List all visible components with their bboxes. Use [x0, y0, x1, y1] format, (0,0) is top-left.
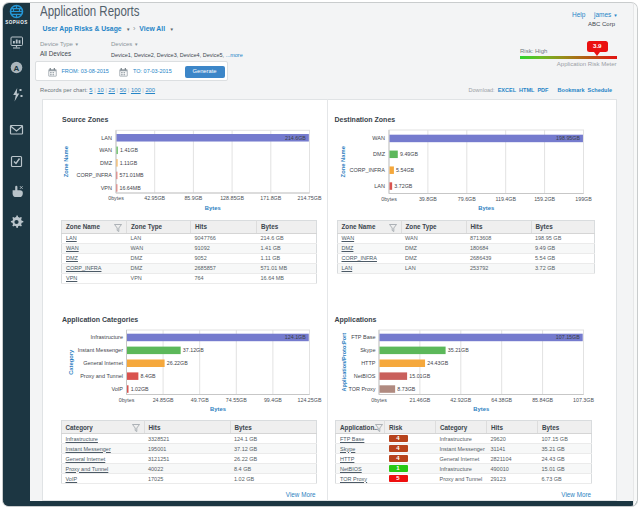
svg-text:124.1GB: 124.1GB	[285, 334, 306, 340]
svg-text:0bytes: 0bytes	[371, 397, 387, 403]
svg-text:99.4GB: 99.4GB	[264, 397, 282, 403]
svg-text:A: A	[14, 64, 20, 73]
svg-text:DMZ: DMZ	[100, 160, 113, 166]
svg-text:571.01MB: 571.01MB	[120, 172, 145, 178]
svg-text:128.85GB: 128.85GB	[220, 195, 244, 201]
svg-text:24.85GB: 24.85GB	[153, 397, 174, 403]
svg-text:74.55GB: 74.55GB	[226, 397, 247, 403]
svg-text:1.41GB: 1.41GB	[120, 147, 138, 153]
svg-text:VoIP: VoIP	[111, 386, 123, 392]
svg-text:85.84GB: 85.84GB	[532, 397, 553, 403]
svg-text:Bytes: Bytes	[210, 406, 226, 412]
svg-text:159.2GB: 159.2GB	[534, 196, 555, 202]
svg-text:Proxy and Tunnel: Proxy and Tunnel	[80, 373, 123, 379]
svg-text:FTP Base: FTP Base	[351, 334, 375, 340]
svg-text:DMZ: DMZ	[373, 151, 386, 157]
svg-text:199GB: 199GB	[575, 196, 592, 202]
svg-text:CORP_INFRA: CORP_INFRA	[77, 172, 113, 178]
svg-text:5.54GB: 5.54GB	[396, 167, 414, 173]
svg-text:107.15GB: 107.15GB	[556, 334, 580, 340]
svg-text:15.01GB: 15.01GB	[409, 373, 430, 379]
svg-text:37.12GB: 37.12GB	[183, 347, 204, 353]
svg-text:171.8GB: 171.8GB	[260, 195, 281, 201]
svg-text:21.46GB: 21.46GB	[409, 397, 430, 403]
svg-text:42.95GB: 42.95GB	[144, 195, 165, 201]
svg-text:General Internet: General Internet	[83, 360, 123, 366]
svg-text:0bytes: 0bytes	[119, 397, 135, 403]
svg-text:214.75GB: 214.75GB	[298, 195, 322, 201]
svg-text:119.4GB: 119.4GB	[495, 196, 516, 202]
svg-text:1.02GB: 1.02GB	[131, 386, 149, 392]
svg-text:107.3GB: 107.3GB	[573, 397, 594, 403]
svg-text:124.25GB: 124.25GB	[298, 397, 322, 403]
svg-text:Instant Messenger: Instant Messenger	[78, 347, 123, 353]
svg-text:35.21GB: 35.21GB	[448, 347, 469, 353]
svg-text:39.8GB: 39.8GB	[419, 196, 437, 202]
svg-text:WAN: WAN	[372, 135, 385, 141]
svg-text:214.6GB: 214.6GB	[285, 135, 306, 141]
svg-text:64.38GB: 64.38GB	[491, 397, 512, 403]
svg-text:NetBIOS: NetBIOS	[354, 373, 376, 379]
svg-text:79.6GB: 79.6GB	[458, 196, 476, 202]
svg-text:Bytes: Bytes	[205, 205, 221, 211]
svg-text:CORP_INFRA: CORP_INFRA	[350, 167, 386, 173]
svg-text:Skype: Skype	[360, 347, 375, 353]
svg-text:198.95GB: 198.95GB	[556, 135, 580, 141]
svg-text:HTTP: HTTP	[361, 360, 376, 366]
svg-text:LAN: LAN	[101, 135, 112, 141]
svg-text:9.49GB: 9.49GB	[400, 151, 418, 157]
svg-text:1.11GB: 1.11GB	[120, 160, 138, 166]
svg-text:42.92GB: 42.92GB	[450, 397, 471, 403]
svg-text:SOPHOS: SOPHOS	[5, 20, 27, 25]
svg-text:Bytes: Bytes	[473, 406, 489, 412]
svg-text:Bytes: Bytes	[478, 205, 494, 211]
svg-text:Infrastructure: Infrastructure	[91, 334, 123, 340]
svg-text:85.9GB: 85.9GB	[184, 195, 202, 201]
svg-text:8.4GB: 8.4GB	[141, 373, 156, 379]
svg-text:0bytes: 0bytes	[381, 196, 397, 202]
svg-text:LAN: LAN	[374, 183, 385, 189]
svg-text:26.22GB: 26.22GB	[167, 360, 188, 366]
svg-text:3.72GB: 3.72GB	[394, 183, 412, 189]
svg-text:8.73GB: 8.73GB	[397, 386, 415, 392]
svg-text:TOR Proxy: TOR Proxy	[348, 386, 375, 392]
svg-text:Application/Proto:Port: Application/Proto:Port	[341, 333, 347, 392]
svg-text:Zone Name: Zone Name	[64, 145, 70, 177]
svg-text:VPN: VPN	[101, 185, 112, 191]
svg-text:0bytes: 0bytes	[108, 195, 124, 201]
svg-text:Category: Category	[68, 349, 74, 375]
svg-text:Zone Name: Zone Name	[340, 145, 346, 177]
svg-text:16.64MB: 16.64MB	[120, 185, 142, 191]
svg-text:WAN: WAN	[99, 147, 112, 153]
svg-text:49.7GB: 49.7GB	[191, 397, 209, 403]
svg-text:24.43GB: 24.43GB	[427, 360, 448, 366]
